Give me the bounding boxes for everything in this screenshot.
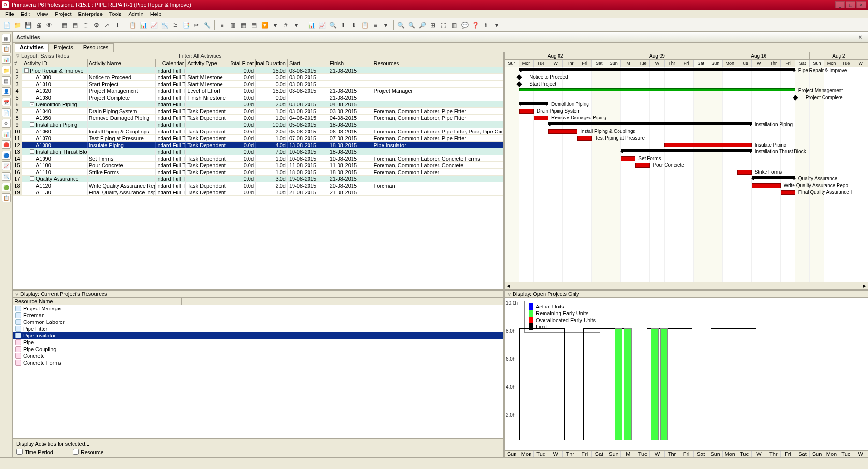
toolbar-button[interactable]: ▥ (228, 20, 237, 30)
resource-row[interactable]: Pipe Coupling (13, 346, 503, 352)
menu-edit[interactable]: Edit (17, 10, 33, 18)
toolbar-button[interactable]: ▤ (70, 20, 80, 30)
toolbar-button[interactable]: ▥ (449, 20, 459, 30)
toolbar-button[interactable]: 🔍 (396, 20, 406, 30)
activity-row[interactable]: 13-Installation Thrust Blockndard Full T… (13, 148, 503, 155)
toolbar-button[interactable]: ⊞ (428, 20, 438, 30)
gantt-bar[interactable] (548, 122, 752, 125)
side-button[interactable]: 📋 (2, 44, 11, 53)
menu-enterprise[interactable]: Enterprise (75, 10, 106, 18)
side-button[interactable]: 📊 (2, 55, 11, 64)
toolbar-button[interactable]: 👁 (44, 20, 54, 30)
activity-row[interactable]: 7A1040Drain Piping Systemndard Full Time… (13, 108, 503, 115)
activity-row[interactable]: 8A1050Remove Damaged Pipingndard Full Ti… (13, 115, 503, 121)
toolbar-button[interactable]: ⬚ (439, 20, 448, 30)
maximize-button[interactable]: □ (846, 1, 855, 8)
side-button[interactable]: ▦ (2, 34, 11, 43)
filter-selector[interactable]: Filter: All Activities (175, 52, 503, 59)
col-resources[interactable]: Resources (372, 59, 503, 67)
activity-row[interactable]: 11A1070Test Piping at Pressurendard Full… (13, 135, 503, 142)
side-button[interactable]: ⚙ (2, 119, 11, 128)
toolbar-button[interactable]: ▾ (492, 20, 501, 30)
resource-display-bar[interactable]: ▽Display: Current Project's Resources (13, 291, 503, 298)
menu-tools[interactable]: Tools (106, 10, 125, 18)
menu-file[interactable]: File (2, 10, 17, 18)
toolbar-button[interactable]: ▾ (292, 20, 301, 30)
gantt-bar[interactable] (737, 170, 752, 175)
panel-close-button[interactable]: × (856, 33, 864, 41)
menu-admin[interactable]: Admin (125, 10, 147, 18)
side-button[interactable]: 📁 (2, 66, 11, 74)
resource-row[interactable]: Pipe Fitter (13, 325, 503, 332)
gantt-bar[interactable] (548, 129, 577, 134)
activity-row[interactable]: 19A1130Final Quality Assurance Inspectio… (13, 189, 503, 196)
toolbar-button[interactable]: 📁 (13, 20, 22, 30)
resource-row[interactable]: Concrete Forms (13, 359, 503, 366)
col-finish[interactable]: Finish (328, 59, 372, 67)
toolbar-button[interactable]: 📈 (317, 20, 327, 30)
toolbar-button[interactable]: # (281, 20, 291, 30)
menu-help[interactable]: Help (147, 10, 165, 18)
side-button[interactable]: 👤 (2, 87, 11, 96)
toolbar-button[interactable]: ⬆ (338, 20, 348, 30)
toolbar-button[interactable]: 🔍 (407, 20, 416, 30)
toolbar-button[interactable]: 📉 (160, 20, 169, 30)
activity-row[interactable]: 9-Installation Pipingndard Full Time0.0d… (13, 121, 503, 128)
gantt-bar[interactable] (621, 149, 751, 152)
gantt-bar[interactable] (752, 183, 781, 188)
col-calendar[interactable]: Calendar (156, 59, 186, 67)
toolbar-button[interactable]: ▼ (270, 20, 280, 30)
toolbar-button[interactable]: ▦ (59, 20, 69, 30)
col-total-float[interactable]: Total Float (231, 59, 256, 67)
side-button[interactable]: ▤ (2, 76, 11, 85)
toolbar-button[interactable]: 🗂 (170, 20, 180, 30)
activity-row[interactable]: 17-Quality Assurancendard Full Time0.0d3… (13, 176, 503, 182)
toolbar-button[interactable]: 📋 (128, 20, 137, 30)
side-button[interactable]: 📊 (2, 130, 11, 138)
toolbar-button[interactable]: ⬇ (349, 20, 359, 30)
gantt-bar[interactable] (577, 136, 592, 141)
gantt-bar[interactable] (519, 109, 534, 114)
toolbar-button[interactable]: ▤ (249, 20, 259, 30)
toolbar-button[interactable]: ❓ (471, 20, 480, 30)
col-activity-name[interactable]: Activity Name (88, 59, 156, 67)
resource-row[interactable]: Project Manager (13, 305, 503, 312)
resource-row[interactable]: Concrete (13, 352, 503, 359)
toolbar-button[interactable]: 📄 (2, 20, 12, 30)
gantt-bar[interactable] (621, 156, 635, 161)
gantt-bar[interactable] (635, 163, 650, 168)
gantt-bar[interactable] (519, 88, 795, 91)
toolbar-button[interactable]: 📋 (360, 20, 369, 30)
activity-row[interactable]: 14A1090Set Formsndard Full TimeTask Depe… (13, 155, 503, 162)
gantt-bar[interactable] (781, 190, 795, 195)
side-button[interactable]: 🔴 (2, 140, 11, 149)
activity-row[interactable]: 4A1020Project Managementndard Full TimeL… (13, 88, 503, 94)
resource-row[interactable]: Common Laborer (13, 319, 503, 325)
toolbar-button[interactable]: ⬍ (113, 20, 122, 30)
activity-row[interactable]: 18A1120Write Quality Assurance Reportnda… (13, 182, 503, 189)
activity-row[interactable]: 6-Demolition Pipingndard Full Time0.0d2.… (13, 101, 503, 108)
toolbar-button[interactable]: 📑 (181, 20, 191, 30)
toolbar-button[interactable]: 🔎 (417, 20, 427, 30)
gantt-bar[interactable] (752, 176, 795, 179)
side-button[interactable]: 📈 (2, 161, 11, 170)
minimize-button[interactable]: _ (835, 1, 845, 8)
toolbar-button[interactable]: ⚙ (91, 20, 101, 30)
toolbar-button[interactable]: 🔽 (260, 20, 269, 30)
toolbar-button[interactable]: ℹ (481, 20, 491, 30)
side-button[interactable]: 📋 (2, 193, 11, 202)
col-start[interactable]: Start (288, 59, 328, 67)
gantt-bar[interactable] (519, 102, 548, 105)
chart-display-bar[interactable]: ▽Display: Open Projects Only (505, 291, 868, 298)
resource-row[interactable]: Pipe (13, 339, 503, 346)
toolbar-button[interactable]: 🔍 (328, 20, 338, 30)
toolbar-button[interactable]: ≡ (217, 20, 227, 30)
col-orig-duration[interactable]: Original Duration (256, 59, 288, 67)
side-button[interactable]: 📅 (2, 98, 11, 106)
resource-checkbox[interactable]: Resource (73, 449, 103, 455)
time-period-checkbox[interactable]: Time Period (16, 449, 53, 455)
tab-activities[interactable]: Activities (15, 43, 49, 52)
resource-col-name[interactable]: Resource Name (13, 298, 182, 305)
activity-row[interactable]: 3A1010Start Projectndard Full TimeStart … (13, 81, 503, 88)
activity-row[interactable]: 16A1110Strike Formsndard Full TimeTask D… (13, 169, 503, 176)
